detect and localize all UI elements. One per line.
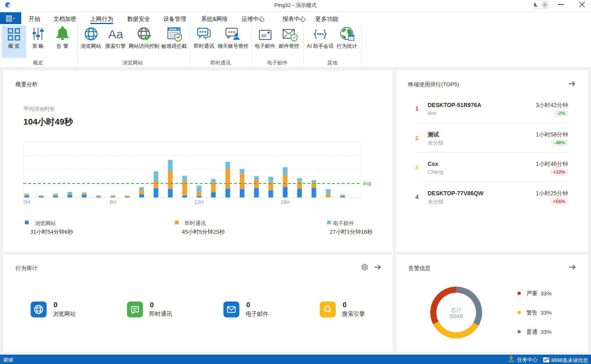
- svg-text:12H: 12H: [194, 199, 204, 205]
- svg-text:6H: 6H: [109, 199, 116, 205]
- svg-text:avg: avg: [363, 181, 371, 186]
- svg-text:18H: 18H: [281, 199, 290, 205]
- svg-text:0H: 0H: [24, 199, 30, 205]
